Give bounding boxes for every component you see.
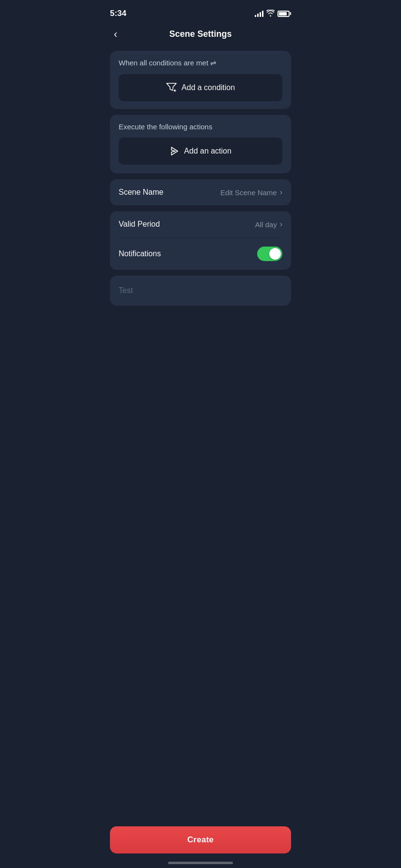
valid-period-label: Valid Period [119,220,160,229]
toggle-thumb [269,248,281,260]
nav-header: ‹ Scene Settings [100,24,301,47]
battery-icon [278,11,291,17]
scene-name-card[interactable]: Scene Name Edit Scene Name › [110,179,291,205]
back-button[interactable]: ‹ [110,26,121,43]
conditions-section: When all conditions are met ⇌ Add a cond… [110,51,291,109]
valid-period-chevron: › [280,220,282,229]
actions-section: Execute the following actions Add an act… [110,115,291,173]
test-label: Test [119,286,133,294]
action-icon [170,146,179,156]
status-time: 5:34 [110,9,126,18]
scene-name-chevron: › [280,188,282,197]
scene-name-row[interactable]: Scene Name Edit Scene Name › [110,179,291,205]
toggle-track[interactable] [257,247,282,261]
add-condition-label: Add a condition [182,83,235,92]
status-icons [255,10,291,18]
notifications-label: Notifications [119,249,161,258]
settings-card: Valid Period All day › Notifications [110,211,291,270]
add-action-button[interactable]: Add an action [119,138,282,165]
add-condition-button[interactable]: Add a condition [119,74,282,101]
test-card[interactable]: Test [110,276,291,306]
scene-name-label: Scene Name [119,188,164,197]
scene-name-value: Edit Scene Name [220,188,277,197]
status-bar: 5:34 [100,0,301,24]
conditions-card: When all conditions are met ⇌ Add a cond… [110,51,291,109]
notifications-row: Notifications [110,238,291,270]
conditions-label: When all conditions are met ⇌ [119,59,282,67]
signal-icon [255,10,263,17]
actions-card: Execute the following actions Add an act… [110,115,291,173]
valid-period-value: All day [255,220,277,229]
actions-label: Execute the following actions [119,123,282,131]
main-content: When all conditions are met ⇌ Add a cond… [100,47,301,354]
valid-period-value-container: All day › [255,220,282,229]
wifi-icon [266,10,275,18]
valid-period-row[interactable]: Valid Period All day › [110,211,291,237]
filter-icon [166,83,177,93]
scene-name-value-container: Edit Scene Name › [220,188,282,197]
page-title: Scene Settings [169,29,231,39]
notifications-toggle[interactable] [257,247,282,261]
add-action-label: Add an action [184,147,231,155]
